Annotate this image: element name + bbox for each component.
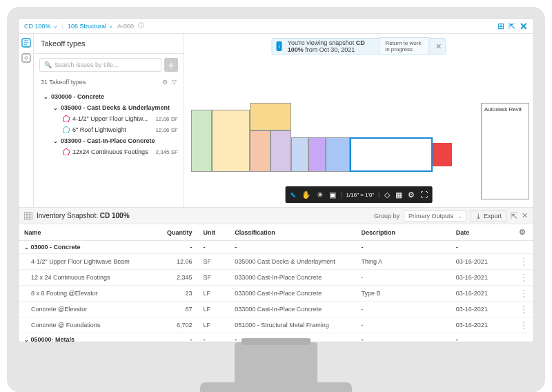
col-unit[interactable]: Unit [198,224,230,241]
breadcrumb-bar: CD 100%⌄ | 106 Structural⌄ A-000 ⓘ ⊞ ⇱ ✕ [19,19,533,34]
layers-icon[interactable]: ⊞ [497,21,504,31]
unit-cell: SF [198,270,230,286]
cursor-icon[interactable]: ⬉ [290,190,296,199]
takeoff-count: 31 Takeoff types [41,79,86,86]
tree-subgroup[interactable]: ⌄035000 - Cast Decks & Underlayment [38,102,179,113]
return-button[interactable]: Return to work in progress [379,37,429,55]
group-cell[interactable]: ⌄ 050000- Metals [19,333,155,342]
more-icon[interactable]: ⋮ [513,270,533,286]
more-icon[interactable]: ⋮ [513,286,533,302]
snapshot-banner: i You're viewing snapshot CD 100% from O… [272,38,446,55]
tree-subgroup-label: 035000 - Cast Decks & Underlayment [61,104,170,111]
crumb-sheet-set-label: 106 Structural [68,23,106,30]
gear-icon[interactable]: ⚙ [519,228,526,236]
filter-icon[interactable]: ▽ [172,79,177,86]
class-cell: 035000 Cast Decks & Underlayment [229,254,355,270]
sun-icon[interactable]: ☀ [317,190,324,199]
pan-icon[interactable]: ✋ [302,190,311,199]
class-cell: 033000 Cast-In-Place Concrete [229,302,355,317]
tree-item-label: 12x24 Continuous Footings [72,148,148,155]
svg-marker-3 [63,115,70,122]
tree-subgroup-label: 033000 - Cast-In-Place Concrete [61,137,155,144]
tree-group-label: 030000 - Concrete [51,93,104,100]
chevron-down-icon: ⌄ [53,105,58,111]
left-rail [19,34,34,207]
qty-cell: 2,345 [155,270,197,286]
groupby-select[interactable]: Primary Outputs [404,210,466,222]
date-cell: 03-16-2021 [451,317,514,333]
banner-text: You're viewing snapshot CD 100% from Oct… [288,39,374,53]
col-date[interactable]: Date [451,224,514,241]
more-icon[interactable]: ⋮ [513,317,533,333]
tree-item-qty: 2,345 SF [156,149,178,155]
more-icon[interactable]: ⋮ [513,302,533,317]
crumb-package[interactable]: CD 100%⌄ [24,23,58,30]
settings-icon[interactable]: ⚙ [162,79,168,86]
drawing-canvas[interactable]: i You're viewing snapshot CD 100% from O… [184,34,533,207]
tree-item[interactable]: 4-1/2" Upper Floor Lightw... 12.06 SF [38,113,179,124]
col-class[interactable]: Classification [229,224,355,241]
crumb-sheet-number[interactable]: A-000 [117,23,134,30]
svg-rect-6 [24,212,32,220]
chevron-down-icon: ⌄ [108,23,113,29]
scale-display[interactable]: 1/16" = 1'0" [342,192,379,198]
col-qty[interactable]: Quantity [155,224,197,241]
desc-cell: Thing A [355,254,450,270]
name-cell: Concrete @ Foundations [19,317,155,333]
eraser-icon[interactable]: ◇ [384,190,390,199]
open-external-icon[interactable]: ⇱ [511,211,518,221]
svg-marker-5 [63,148,70,155]
search-placeholder: Search issues by title... [55,61,119,68]
settings-icon[interactable]: ⚙ [408,190,415,199]
date-cell: 03-16-2021 [451,286,514,302]
tree-item-label: 4-1/2" Upper Floor Lightw... [72,115,148,122]
desc-cell: - [355,270,450,286]
camera-icon[interactable]: ▣ [329,190,336,199]
pentagon-icon [63,115,70,122]
chevron-down-icon: ⌄ [53,138,58,144]
date-cell: 03-16-2021 [451,302,514,317]
tree-item[interactable]: 12x24 Continuous Footings 2,345 SF [38,146,179,157]
tree-group[interactable]: ⌄030000 - Concrete [38,91,179,102]
fit-icon[interactable]: ▦ [395,190,402,199]
tree-item-qty: 12.06 SF [156,116,178,122]
qty-cell: 87 [155,302,197,317]
close-icon[interactable]: ✕ [520,21,528,32]
add-button[interactable]: + [164,58,178,72]
tree-subgroup[interactable]: ⌄033000 - Cast-In-Place Concrete [38,135,179,146]
info-icon[interactable]: ⓘ [138,21,144,30]
class-cell: 033000 Cast-In-Place Concrete [229,286,355,302]
col-name[interactable]: Name [19,224,155,241]
sidebar: Takeoff types 🔍Search issues by title...… [34,34,184,207]
unit-cell: LF [198,317,230,333]
date-cell: 03-16-2021 [451,270,514,286]
crumb-sheet-set[interactable]: 106 Structural⌄ [68,23,113,30]
fullscreen-icon[interactable]: ⛶ [420,190,428,199]
svg-rect-1 [22,54,30,62]
search-input[interactable]: 🔍Search issues by title... [39,58,161,72]
more-icon[interactable]: ⋮ [513,254,533,270]
tree-item[interactable]: 6" Roof Lightweight 12.06 SF [38,124,179,135]
viewer-toolbar: ⬉ ✋ ☀ ▣ 1/16" = 1'0" ◇ ▦ ⚙ ⛶ [286,186,433,203]
svg-point-2 [25,57,28,59]
open-external-icon[interactable]: ⇱ [509,21,515,31]
unit-cell: SF [198,254,230,270]
desc-cell: - [355,317,450,333]
desc-cell: Type B [355,286,450,302]
close-icon[interactable]: ✕ [522,211,528,220]
chevron-down-icon: ⌄ [43,94,48,100]
chevron-down-icon: ⌄ [53,23,58,29]
name-cell: 12 x 24 Continuous Footings [19,270,155,286]
divider: | [62,23,63,30]
export-button[interactable]: ⭳Export [471,210,506,222]
sidebar-title: Takeoff types [34,34,184,54]
svg-marker-4 [63,126,70,133]
group-cell[interactable]: ⌄ 03000 - Concrete [19,241,155,254]
takeoff-tree: ⌄030000 - Concrete ⌄035000 - Cast Decks … [34,88,184,159]
col-desc[interactable]: Description [355,224,450,241]
close-icon[interactable]: ✕ [435,42,442,51]
desc-cell: - [355,302,450,317]
name-cell: 8 x 8 Footing @Elevator [19,286,155,302]
takeoff-tab-icon[interactable] [21,38,31,48]
sheets-tab-icon[interactable] [21,53,31,63]
